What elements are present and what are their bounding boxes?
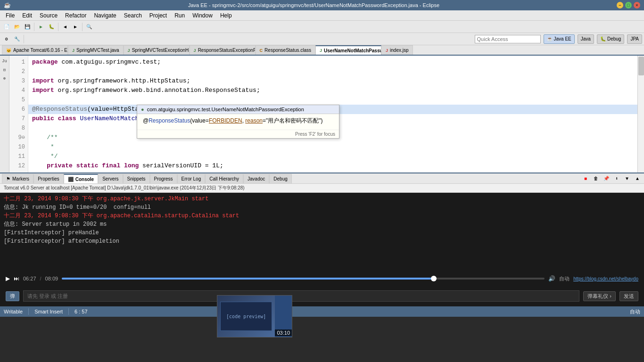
tab-label-usernamenotmatch: UserNameNotMatchPassword... — [324, 48, 381, 53]
search-button[interactable]: 🔍 — [84, 22, 94, 32]
line-num-10: 10 — [9, 142, 25, 152]
preview-time: 03:10 — [275, 329, 292, 336]
tooltip-classname: com.atguigu.springmvc.test.UserNameNotMa… — [147, 107, 304, 112]
tab-usernamenotmatch[interactable]: J UserNameNotMatchPassword... × — [315, 45, 381, 55]
menu-item-edit[interactable]: Edit — [18, 10, 36, 20]
code-line-10: * — [28, 142, 637, 152]
writable-label: Writable — [4, 309, 23, 314]
menu-item-file[interactable]: File — [2, 10, 18, 20]
debug-button[interactable]: 🐛 — [47, 22, 56, 32]
current-time: 06:27 — [23, 276, 36, 281]
menu-bar: FileEditSourceRefactorNavigateSearchProj… — [0, 10, 644, 21]
tab-icon-tomcat: 🐱 — [6, 48, 11, 53]
tab-icon-rsexception: J — [194, 48, 196, 53]
code-area[interactable]: package com.atguigu.springmvc.test; impo… — [28, 56, 637, 173]
servers-label: Servers — [102, 176, 118, 181]
side-icon-3[interactable]: ⊕ — [1, 74, 8, 82]
close-button[interactable]: × — [634, 2, 640, 8]
editor-scrollbar[interactable] — [637, 56, 644, 173]
console-header-text: Tomcat v6.0 Server at localhost [Apache … — [4, 185, 245, 190]
code-line-5 — [28, 95, 637, 105]
tab-tomcat[interactable]: 🐱 Apache Tomcat/6.0.16 - Erro... — [2, 45, 68, 55]
window-title: Java EE - springmvc-2/src/com/atguigu/sp… — [11, 2, 617, 8]
line-num-5: 5 — [9, 95, 25, 105]
tb2-btn-1[interactable]: ⚙ — [2, 34, 11, 44]
code-line-2 — [28, 67, 637, 76]
run-button[interactable]: ▶ — [36, 22, 46, 32]
debug-icon: 🐛 — [600, 36, 606, 41]
perspective-debug[interactable]: 🐛 Debug — [597, 34, 624, 44]
menu-item-source[interactable]: Source — [36, 10, 61, 20]
menu-item-search[interactable]: Search — [120, 10, 146, 20]
new-button[interactable]: 📄 — [2, 22, 11, 32]
tab-errorlog[interactable]: Error Log — [177, 174, 206, 183]
tab-javadoc[interactable]: Javadoc — [243, 174, 269, 183]
errorlog-label: Error Log — [182, 176, 201, 181]
danmu-button[interactable]: 弹 — [6, 291, 19, 301]
console-scroll-btn[interactable]: ⬇ — [612, 174, 621, 183]
toolbar-sep-1 — [34, 23, 34, 31]
console-pin-btn[interactable]: 📌 — [602, 174, 611, 183]
back-button[interactable]: ◀ — [60, 22, 70, 32]
console-stop-btn[interactable]: ■ — [581, 174, 590, 183]
writable-status: Writable — [4, 309, 23, 314]
progress-bar[interactable] — [62, 278, 545, 280]
play-button[interactable]: ▶ — [6, 275, 10, 282]
tab-responsestatusexception[interactable]: J ResponseStatusExceptionR... — [190, 45, 256, 55]
tab-callhierarchy[interactable]: Call Hierarchy — [205, 174, 243, 183]
minimize-button[interactable]: − — [617, 2, 623, 8]
console-clear-btn[interactable]: 🗑 — [591, 174, 601, 183]
danmu-settings-button[interactable]: 弹幕礼仪 › — [583, 291, 616, 301]
line-numbers: 1 2 3 4 5 6 7 8 9⊖ 10 11 12 — [9, 56, 28, 173]
menu-item-project[interactable]: Project — [146, 10, 171, 20]
tab-indexjsp[interactable]: J index.jsp — [381, 45, 413, 55]
console-line-1: 十二月 23, 2014 9:08:30 下午 org.apache.jk.se… — [4, 195, 640, 203]
cursor-position: 6 : 57 — [74, 309, 88, 314]
tab-snippets[interactable]: Snippets — [123, 174, 150, 183]
next-button[interactable]: ⏭ — [14, 275, 19, 282]
console-next-btn[interactable]: ▼ — [622, 174, 632, 183]
menu-item-help[interactable]: Help — [216, 10, 236, 20]
console-line-2: 信息: Jk running ID=0 time=0/20 config=nul… — [4, 203, 640, 212]
smart-insert-status[interactable]: Smart Insert — [34, 309, 63, 314]
menu-item-refactor[interactable]: Refactor — [61, 10, 90, 20]
volume-button[interactable]: 🔊 — [548, 275, 555, 282]
tab-progress[interactable]: Progress — [150, 174, 177, 183]
tab-markers[interactable]: ⚑ Markers — [2, 174, 33, 183]
tab-springmvctest[interactable]: J SpringMVCTest.java — [68, 45, 124, 55]
console-line-5: [FirstInterceptor] preHandle — [4, 229, 640, 237]
tab-label-indexjsp: index.jsp — [390, 48, 408, 53]
menu-item-window[interactable]: Window — [189, 10, 216, 20]
tab-exceptionhandler[interactable]: J SpringMVCTestExceptionHa... — [124, 45, 190, 55]
menu-item-run[interactable]: Run — [171, 10, 189, 20]
tab-icon-exception: J — [128, 48, 130, 53]
tb2-btn-2[interactable]: 🔧 — [12, 34, 22, 44]
url-display[interactable]: https://blog.csdn.net/shelbaydo — [573, 276, 638, 281]
danmu-input[interactable] — [23, 290, 579, 302]
menu-item-navigate[interactable]: Navigate — [90, 10, 120, 20]
forward-button[interactable]: ▶ — [71, 22, 80, 32]
javadoc-label: Javadoc — [248, 176, 265, 181]
save-button[interactable]: 💾 — [23, 22, 32, 32]
send-danmu-button[interactable]: 发送 — [619, 291, 638, 301]
perspective-jpa[interactable]: JPA — [627, 34, 642, 44]
console-content[interactable]: 十二月 23, 2014 9:08:30 下午 org.apache.jk.se… — [0, 193, 644, 272]
tab-console[interactable]: ⬛ Console — [64, 174, 98, 183]
status-right: 自动 — [630, 308, 640, 315]
side-icon-1[interactable]: Ju — [1, 58, 8, 65]
perspective-java[interactable]: Java — [578, 34, 594, 44]
tab-servers[interactable]: Servers — [98, 174, 123, 183]
quick-access-bar: ☕ Java EE Java 🐛 Debug JPA — [475, 34, 642, 44]
maximize-button[interactable]: □ — [625, 2, 632, 8]
console-prev-btn[interactable]: ▲ — [633, 174, 642, 183]
auto-status-label: 自动 — [630, 309, 640, 314]
quick-access-input[interactable] — [475, 35, 541, 43]
tab-debug[interactable]: Debug — [269, 174, 291, 183]
side-icon-2[interactable]: ⊡ — [1, 66, 8, 74]
tab-responsestatusclass[interactable]: C ResponseStatus.class — [256, 45, 315, 55]
properties-label: Properties — [38, 176, 59, 181]
code-line-12: private static final long serialVersionU… — [28, 161, 637, 171]
tab-properties[interactable]: Properties — [33, 174, 64, 183]
open-button[interactable]: 📂 — [12, 22, 22, 32]
perspective-javaee[interactable]: ☕ Java EE — [544, 34, 575, 44]
